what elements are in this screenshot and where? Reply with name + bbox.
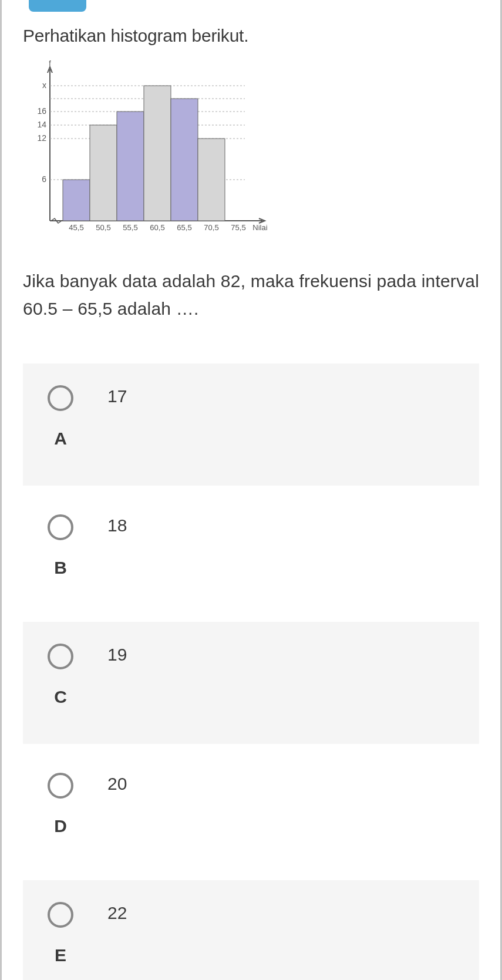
option-letter: A — [54, 429, 67, 449]
option-a[interactable]: A 17 — [23, 363, 479, 486]
y-tick-x: x — [42, 80, 46, 90]
question-badge — [29, 0, 86, 12]
question-body: Jika banyak data adalah 82, maka frekuen… — [23, 268, 479, 322]
radio-d[interactable] — [48, 773, 73, 799]
y-tick-12: 12 — [37, 133, 46, 143]
option-d[interactable]: D 20 — [23, 751, 479, 873]
bar-5 — [171, 99, 198, 221]
x-axis-label: Nilai — [252, 223, 267, 232]
x-tick-3: 60,5 — [150, 223, 164, 232]
bar-1 — [63, 180, 90, 221]
option-c[interactable]: C 19 — [23, 622, 479, 744]
option-letter: B — [54, 558, 67, 578]
option-letter: C — [54, 687, 67, 707]
x-tick-2: 55,5 — [123, 223, 137, 232]
radio-b[interactable] — [48, 514, 73, 540]
x-tick-6: 75,5 — [231, 223, 245, 232]
y-tick-6: 6 — [42, 174, 46, 184]
x-tick-1: 50,5 — [96, 223, 110, 232]
options-list: A 17 B 18 C 19 D 20 E 22 — [23, 363, 479, 980]
bar-4 — [144, 86, 171, 221]
option-b[interactable]: B 18 — [23, 493, 479, 615]
option-text: 19 — [86, 644, 127, 665]
option-letter: D — [54, 816, 67, 836]
bar-3 — [117, 112, 144, 221]
bar-2 — [90, 125, 117, 221]
option-text: 20 — [86, 773, 127, 794]
option-text: 18 — [86, 514, 127, 536]
x-tick-4: 65,5 — [177, 223, 191, 232]
radio-c[interactable] — [48, 644, 73, 669]
histogram-svg: f 6 12 14 16 x — [22, 58, 274, 240]
radio-e[interactable] — [48, 902, 73, 928]
x-tick-0: 45,5 — [69, 223, 83, 232]
radio-a[interactable] — [48, 385, 73, 411]
histogram-chart: f 6 12 14 16 x — [22, 58, 274, 240]
option-text: 17 — [86, 385, 127, 406]
y-tick-16: 16 — [37, 106, 46, 116]
option-letter: E — [55, 945, 66, 965]
bar-6 — [198, 139, 225, 221]
y-tick-14: 14 — [37, 120, 46, 129]
option-e[interactable]: E 22 — [23, 880, 479, 980]
option-text: 22 — [86, 902, 127, 923]
question-intro: Perhatikan histogram berikut. — [23, 26, 487, 46]
x-tick-5: 70,5 — [204, 223, 218, 232]
y-axis-label: f — [49, 59, 51, 68]
